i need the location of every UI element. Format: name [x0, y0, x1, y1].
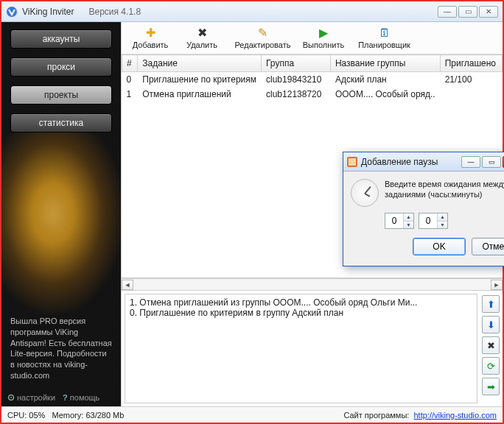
promo-text: Вышла PRO версия программы ViKing Antisp… — [1, 308, 121, 389]
close-button[interactable]: ✕ — [479, 6, 498, 18]
dialog-icon — [346, 156, 358, 168]
help-link[interactable]: ?помощь — [63, 393, 99, 402]
plus-icon: ✚ — [144, 27, 156, 39]
sidebar: аккаунты прокси проекты статистика Вышла… — [1, 22, 121, 406]
col-idx[interactable]: # — [122, 55, 138, 72]
scroll-right-icon[interactable]: ► — [491, 280, 503, 290]
table-row[interactable]: 1 Отмена приглашений club12138720 ОООМ..… — [122, 87, 503, 102]
table-row[interactable]: 0 Приглашение по критериям club19843210 … — [122, 72, 503, 88]
toolbar: ✚Добавить ✖Удалить ✎Редактировать ▶Выпол… — [122, 22, 503, 54]
col-task[interactable]: Задание — [138, 55, 262, 72]
dialog-minimize[interactable]: — — [461, 156, 480, 168]
hours-input[interactable] — [385, 213, 403, 228]
settings-link[interactable]: настройки — [7, 393, 55, 402]
hours-spinner[interactable]: ▲▼ — [385, 213, 414, 229]
delete-button[interactable]: ✖Удалить — [176, 27, 228, 49]
main-area: ✚Добавить ✖Удалить ✎Редактировать ▶Выпол… — [121, 22, 503, 406]
refresh-button[interactable]: ⟳ — [482, 357, 500, 375]
col-invited[interactable]: Приглашено — [440, 55, 502, 72]
col-group[interactable]: Группа — [262, 55, 331, 72]
sidebar-stats[interactable]: статистика — [10, 113, 112, 132]
log-panel: 1. Отмена приглашений из группы ОООМ....… — [122, 290, 503, 406]
cpu-label: CPU: — [7, 411, 27, 420]
question-icon: ? — [63, 393, 68, 402]
go-button[interactable]: ➡ — [482, 378, 500, 395]
hscrollbar[interactable]: ◄ ► — [122, 278, 503, 290]
scheduler-button[interactable]: 🗓Планировщик — [349, 27, 419, 49]
gear-icon — [7, 394, 15, 401]
minutes-input[interactable] — [419, 213, 437, 228]
x-icon: ✖ — [196, 27, 208, 39]
minimize-button[interactable]: — — [438, 6, 457, 18]
cpu-value: 05% — [29, 411, 45, 420]
down-arrow-icon[interactable]: ▼ — [404, 222, 413, 229]
dialog-maximize[interactable]: ▭ — [482, 156, 501, 168]
site-label: Сайт программы: — [343, 411, 409, 420]
col-groupname[interactable]: Название группы — [330, 55, 440, 72]
move-down-button[interactable]: ⬇ — [482, 316, 500, 333]
ok-button[interactable]: OK — [413, 238, 466, 255]
label: прокси — [47, 62, 75, 72]
mem-value: 63/280 Mb — [85, 411, 124, 420]
svg-point-2 — [10, 397, 12, 398]
minutes-spinner[interactable]: ▲▼ — [419, 213, 448, 229]
label: аккаунты — [43, 34, 80, 44]
dialog-titlebar: Добавление паузы — ▭ ✕ — [343, 152, 504, 172]
up-arrow-icon[interactable]: ▲ — [438, 213, 447, 222]
label: проекты — [44, 90, 78, 100]
log-line: 1. Отмена приглашений из группы ОООМ....… — [130, 297, 472, 308]
scroll-left-icon[interactable]: ◄ — [122, 280, 133, 290]
dialog-desc: Введите время ожидания между заданиями (… — [385, 179, 504, 207]
app-icon — [6, 6, 18, 18]
log-text[interactable]: 1. Отмена приглашений из группы ОООМ....… — [125, 294, 477, 403]
up-arrow-icon[interactable]: ▲ — [404, 213, 413, 222]
svg-rect-4 — [349, 158, 356, 166]
titlebar: ViKing Inviter Версия 4.1.8 — ▭ ✕ — [1, 1, 503, 22]
sidebar-accounts[interactable]: аккаунты — [10, 29, 112, 49]
log-line: 0. Приглашение по критериям в группу Адс… — [130, 308, 472, 318]
site-link[interactable]: http://viking-studio.com — [414, 411, 497, 420]
app-window: ViKing Inviter Версия 4.1.8 — ▭ ✕ аккаун… — [0, 0, 504, 424]
run-button[interactable]: ▶Выполнить — [298, 27, 349, 49]
app-version: Версия 4.1.8 — [88, 7, 141, 17]
sidebar-proxy[interactable]: прокси — [10, 57, 112, 77]
edit-button[interactable]: ✎Редактировать — [228, 27, 298, 49]
label: статистика — [39, 118, 83, 128]
calendar-icon: 🗓 — [379, 27, 391, 39]
pause-dialog: Добавление паузы — ▭ ✕ Введите время ожи… — [343, 152, 504, 266]
sidebar-projects[interactable]: проекты — [10, 85, 112, 105]
cancel-button[interactable]: Отмена — [472, 238, 504, 255]
dialog-title: Добавление паузы — [361, 157, 438, 167]
play-icon: ▶ — [318, 27, 329, 39]
move-up-button[interactable]: ⬆ — [482, 295, 500, 313]
statusbar: CPU: 05% Memory: 63/280 Mb Сайт программ… — [1, 406, 503, 423]
edit-icon: ✎ — [257, 27, 269, 39]
mem-label: Memory: — [52, 411, 84, 420]
maximize-button[interactable]: ▭ — [458, 6, 477, 18]
app-title: ViKing Inviter — [22, 7, 74, 17]
add-button[interactable]: ✚Добавить — [125, 27, 176, 49]
remove-button[interactable]: ✖ — [482, 336, 500, 354]
clock-icon — [351, 179, 379, 207]
down-arrow-icon[interactable]: ▼ — [438, 222, 447, 229]
